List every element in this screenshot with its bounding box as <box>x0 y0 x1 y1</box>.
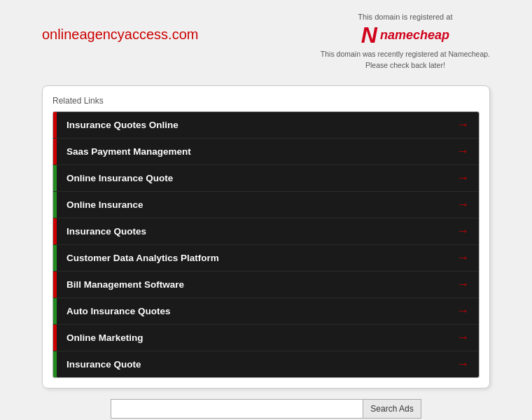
namecheap-desc-line2: Please check back later! <box>321 60 490 71</box>
arrow-icon: → <box>456 118 479 132</box>
arrow-icon: → <box>456 197 479 212</box>
list-item[interactable]: Customer Data Analytics Platform→ <box>53 245 479 272</box>
search-section: Search Ads <box>42 399 490 419</box>
related-links-title: Related Links <box>52 96 479 106</box>
link-text: Insurance Quote <box>57 351 456 377</box>
list-item[interactable]: Insurance Quotes Online→ <box>53 112 479 139</box>
search-button[interactable]: Search Ads <box>363 399 421 419</box>
arrow-icon: → <box>456 357 479 372</box>
list-item[interactable]: Insurance Quotes→ <box>53 218 479 245</box>
link-text: Auto Insurance Quotes <box>57 298 456 324</box>
namecheap-desc-line1: This domain was recently registered at N… <box>321 49 490 60</box>
namecheap-box: This domain is registered at N namecheap… <box>321 13 490 71</box>
link-text: Online Marketing <box>57 325 456 351</box>
list-item[interactable]: Online Insurance Quote→ <box>53 165 479 192</box>
list-item[interactable]: Saas Payment Management→ <box>53 139 479 165</box>
namecheap-registered-text: This domain is registered at <box>321 13 490 21</box>
arrow-icon: → <box>456 330 479 345</box>
link-text: Bill Management Software <box>57 272 456 298</box>
arrow-icon: → <box>456 251 479 265</box>
top-section: onlineagencyaccess.com This domain is re… <box>0 0 532 78</box>
namecheap-n-icon: N <box>361 24 377 46</box>
list-item[interactable]: Online Marketing→ <box>53 325 479 351</box>
list-item[interactable]: Auto Insurance Quotes→ <box>53 298 479 325</box>
site-title[interactable]: onlineagencyaccess.com <box>42 27 198 43</box>
namecheap-logo: N namecheap <box>321 24 490 46</box>
search-input[interactable] <box>111 399 363 419</box>
link-text: Online Insurance Quote <box>57 165 456 191</box>
arrow-icon: → <box>456 171 479 186</box>
link-text: Online Insurance <box>57 192 456 218</box>
list-item[interactable]: Online Insurance→ <box>53 192 479 218</box>
link-text: Insurance Quotes <box>57 218 456 244</box>
arrow-icon: → <box>456 304 479 318</box>
link-text: Insurance Quotes Online <box>57 112 456 138</box>
namecheap-brand-text: namecheap <box>380 28 449 43</box>
arrow-icon: → <box>456 224 479 239</box>
list-item[interactable]: Insurance Quote→ <box>53 351 479 377</box>
arrow-icon: → <box>456 277 479 292</box>
link-text: Customer Data Analytics Platform <box>57 245 456 271</box>
main-container: Related Links Insurance Quotes Online→Sa… <box>42 85 490 388</box>
list-item[interactable]: Bill Management Software→ <box>53 272 479 298</box>
arrow-icon: → <box>456 144 479 159</box>
link-text: Saas Payment Management <box>57 139 456 164</box>
links-list: Insurance Quotes Online→Saas Payment Man… <box>52 111 479 378</box>
